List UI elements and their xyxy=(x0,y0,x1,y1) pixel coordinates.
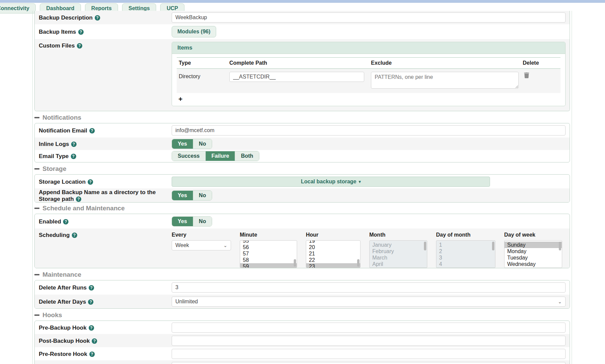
collapse-dash-icon xyxy=(34,117,39,118)
backup-description-label: Backup Description xyxy=(39,14,93,21)
delete-after-runs-label: Delete After Runs xyxy=(39,284,87,291)
post-restore-hook-row: Post-Restore Hook? xyxy=(35,360,570,364)
post-restore-hook-input[interactable] xyxy=(172,362,566,364)
inline-logs-yes-button[interactable]: Yes xyxy=(172,139,193,149)
schedule-section-header[interactable]: Schedule and Maintenance xyxy=(34,205,570,212)
section-title: Notifications xyxy=(42,114,81,121)
help-icon[interactable]: ? xyxy=(77,43,82,49)
section-title: Hooks xyxy=(42,311,62,319)
section-title: Schedule and Maintenance xyxy=(42,205,125,212)
enabled-no-button[interactable]: No xyxy=(193,217,212,226)
pre-restore-hook-input[interactable] xyxy=(172,349,566,359)
month-column-header: Month xyxy=(369,232,427,238)
hooks-section-header[interactable]: Hooks xyxy=(34,311,570,319)
custom-files-items-panel: Items Type Complete Path Exclude Delete xyxy=(172,42,566,106)
section-title: Storage xyxy=(42,165,66,173)
schedule-panel: Enabled? Yes No Scheduling? Every Week ⌄ xyxy=(34,214,570,268)
minute-column-header: Minute xyxy=(240,232,297,238)
storage-location-row: Storage Location? Local backup storage ▾ xyxy=(35,175,570,188)
window-top-bar xyxy=(0,0,605,3)
email-type-failure-button[interactable]: Failure xyxy=(206,151,235,161)
custom-files-row: Custom Files? Items Type Complete Path E… xyxy=(35,39,570,111)
chevron-down-icon: ⌄ xyxy=(223,243,227,248)
every-column-header: Every xyxy=(172,232,231,238)
day-of-week-listbox[interactable]: Sunday Monday Tuesday Wednesday xyxy=(504,240,562,268)
complete-path-input[interactable] xyxy=(229,72,364,82)
section-title: Maintenance xyxy=(42,271,81,278)
minute-listbox[interactable]: 55 56 57 58 59 xyxy=(240,240,297,268)
post-backup-hook-row: Post-Backup Hook? xyxy=(35,334,570,347)
scrollbar-thumb[interactable] xyxy=(357,259,359,267)
hooks-panel: Pre-Backup Hook? Post-Backup Hook? Pre-R… xyxy=(34,321,570,364)
col-header-type: Type xyxy=(177,58,227,69)
help-icon[interactable]: ? xyxy=(89,325,94,331)
email-type-both-button[interactable]: Both xyxy=(235,151,259,161)
post-backup-hook-input[interactable] xyxy=(172,336,566,346)
exclude-patterns-textarea[interactable] xyxy=(371,72,519,89)
help-icon[interactable]: ? xyxy=(72,233,77,238)
storage-section-header[interactable]: Storage xyxy=(34,165,570,173)
inline-logs-toggle: Yes No xyxy=(172,139,212,149)
delete-after-days-select[interactable]: Unlimited ⌄ xyxy=(172,297,566,307)
append-no-button[interactable]: No xyxy=(193,191,212,200)
help-icon[interactable]: ? xyxy=(71,142,77,147)
pre-restore-hook-row: Pre-Restore Hook? xyxy=(35,347,570,360)
storage-panel: Storage Location? Local backup storage ▾… xyxy=(34,174,570,203)
notifications-section-header[interactable]: Notifications xyxy=(34,114,570,121)
email-type-label: Email Type xyxy=(39,153,69,159)
minute-selected-option: 59 xyxy=(240,263,297,268)
help-icon[interactable]: ? xyxy=(88,299,93,305)
help-icon[interactable]: ? xyxy=(88,179,93,185)
collapse-dash-icon xyxy=(34,168,39,170)
maintenance-section-header[interactable]: Maintenance xyxy=(34,271,570,278)
delete-item-button[interactable] xyxy=(523,72,530,80)
help-icon[interactable]: ? xyxy=(78,29,84,35)
email-type-success-button[interactable]: Success xyxy=(172,151,206,161)
custom-files-label: Custom Files xyxy=(39,42,75,49)
collapse-dash-icon xyxy=(34,314,39,316)
item-type-cell: Directory xyxy=(177,69,227,93)
enabled-toggle: Yes No xyxy=(172,216,212,226)
col-header-exclude: Exclude xyxy=(369,58,521,69)
enabled-yes-button[interactable]: Yes xyxy=(172,217,193,226)
delete-after-runs-input[interactable] xyxy=(172,282,566,293)
month-listbox: January February March April xyxy=(369,240,427,268)
day-of-week-column-header: Day of week xyxy=(504,232,562,238)
pre-backup-hook-label: Pre-Backup Hook xyxy=(39,325,87,331)
every-select[interactable]: Week ⌄ xyxy=(172,240,231,250)
scrollbar-thumb[interactable] xyxy=(559,242,561,250)
append-backup-name-toggle: Yes No xyxy=(172,190,212,201)
backup-items-row: Backup Items? Modules (96) xyxy=(35,24,570,39)
scrollbar-thumb[interactable] xyxy=(294,259,296,267)
hour-listbox[interactable]: 19 20 21 22 23 xyxy=(306,240,361,268)
notification-email-input[interactable] xyxy=(172,125,566,135)
help-icon[interactable]: ? xyxy=(63,219,68,224)
pre-backup-hook-input[interactable] xyxy=(172,323,566,333)
notification-email-row: Notification Email? xyxy=(35,123,570,138)
notifications-panel: Notification Email? Inline Logs? Yes No … xyxy=(34,123,570,162)
hour-column-header: Hour xyxy=(306,232,361,238)
scrollbar-thumb xyxy=(492,242,494,250)
email-type-toggle: Success Failure Both xyxy=(172,151,259,161)
add-item-button[interactable]: + xyxy=(178,96,182,102)
col-header-delete: Delete xyxy=(521,58,560,69)
inline-logs-row: Inline Logs? Yes No xyxy=(35,138,570,150)
email-type-row: Email Type? Success Failure Both xyxy=(35,150,570,162)
backup-settings-form: Backup Description? Backup Items? Module… xyxy=(32,11,572,364)
help-icon[interactable]: ? xyxy=(76,196,81,202)
help-icon[interactable]: ? xyxy=(92,338,97,344)
inline-logs-no-button[interactable]: No xyxy=(193,139,212,149)
modules-button[interactable]: Modules (96) xyxy=(172,26,216,37)
help-icon[interactable]: ? xyxy=(71,154,76,159)
scheduling-row: Scheduling? Every Week ⌄ Minute xyxy=(35,229,570,268)
help-icon[interactable]: ? xyxy=(89,285,94,291)
help-icon[interactable]: ? xyxy=(89,352,95,357)
help-icon[interactable]: ? xyxy=(89,128,95,133)
storage-location-dropdown[interactable]: Local backup storage ▾ xyxy=(172,177,490,187)
nav-tab-connectivity[interactable]: Connectivity xyxy=(0,3,36,13)
trash-icon xyxy=(524,74,529,79)
backup-description-input[interactable] xyxy=(172,12,566,23)
help-icon[interactable]: ? xyxy=(95,15,100,21)
collapse-dash-icon xyxy=(34,208,39,209)
append-yes-button[interactable]: Yes xyxy=(172,191,193,200)
